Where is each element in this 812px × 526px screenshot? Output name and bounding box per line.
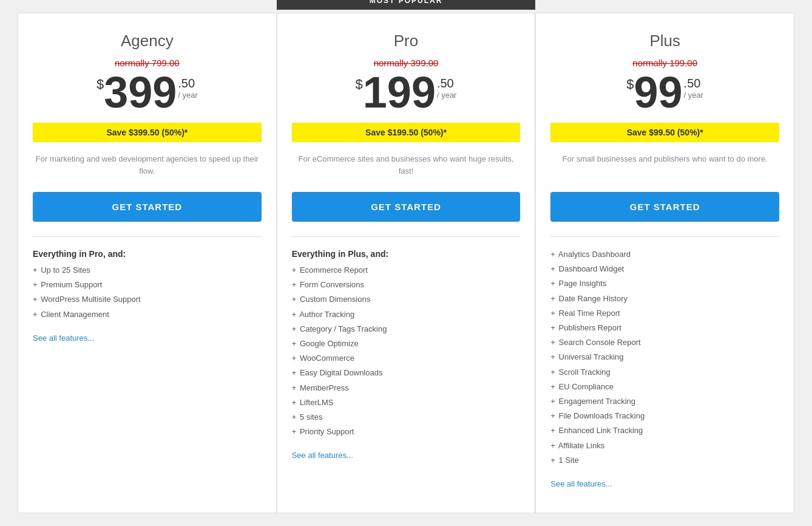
original-price-agency: normally 799.00 <box>33 58 262 68</box>
feature-item: + Client Management <box>33 309 262 320</box>
feature-item: + Analytics Dashboard <box>550 249 779 260</box>
price-main-agency: 399 <box>104 70 177 114</box>
feature-item: + Engagement Tracking <box>550 396 779 407</box>
features-list-agency: + Up to 25 Sites+ Premium Support+ WordP… <box>33 265 262 324</box>
feature-item: + Enhanced Link Tracking <box>550 425 779 436</box>
price-cents-plus: .50 <box>684 77 704 91</box>
feature-item: + 5 sites <box>292 412 521 423</box>
price-dollar-agency: $ <box>96 77 104 92</box>
price-period-plus: / year <box>684 91 704 100</box>
feature-item: + Affiliate Links <box>550 440 779 451</box>
price-dollar-pro: $ <box>356 77 363 92</box>
feature-item: + Easy Digital Downloads <box>292 367 521 378</box>
divider-plus <box>550 236 779 237</box>
price-cents-agency: .50 <box>178 77 198 91</box>
pricing-wrapper: Agencynormally 799.00 $ 399 .50 / year S… <box>18 13 794 513</box>
price-row-agency: $ 399 .50 / year <box>33 70 262 114</box>
features-header-pro: Everything in Plus, and: <box>292 249 521 259</box>
price-main-pro: 199 <box>363 70 436 114</box>
get-started-btn-pro[interactable]: GET STARTED <box>292 192 521 222</box>
price-main-plus: 99 <box>634 70 683 114</box>
features-list-plus: + Analytics Dashboard+ Dashboard Widget+… <box>550 249 779 470</box>
price-period-agency: / year <box>178 91 198 100</box>
price-row-plus: $ 99 .50 / year <box>550 70 779 114</box>
price-period-pro: / year <box>437 91 457 100</box>
feature-item: + LifterLMS <box>292 397 521 408</box>
feature-item: + Page Insights <box>550 278 779 289</box>
feature-item: + Scroll Tracking <box>550 367 779 378</box>
features-header-agency: Everything in Pro, and: <box>33 249 262 259</box>
pricing-card-pro: MOST POPULARPronormally 399.00 $ 199 .50… <box>277 13 536 513</box>
feature-item: + Up to 25 Sites <box>33 265 262 276</box>
feature-item: + Premium Support <box>33 279 262 290</box>
get-started-btn-agency[interactable]: GET STARTED <box>33 192 262 222</box>
price-right-pro: .50 / year <box>437 77 457 100</box>
feature-item: + Search Console Report <box>550 337 779 348</box>
feature-item: + Universal Tracking <box>550 352 779 363</box>
price-cents-pro: .50 <box>437 77 457 91</box>
price-right-plus: .50 / year <box>684 77 704 100</box>
feature-item: + Category / Tags Tracking <box>292 324 521 335</box>
price-right-agency: .50 / year <box>178 77 198 100</box>
pricing-card-agency: Agencynormally 799.00 $ 399 .50 / year S… <box>18 13 277 513</box>
save-badge-agency: Save $399.50 (50%)* <box>33 123 262 142</box>
feature-item: + Google Optimize <box>292 338 521 349</box>
pricing-card-plus: Plusnormally 199.00 $ 99 .50 / year Save… <box>535 13 794 513</box>
feature-item: + Custom Dimensions <box>292 294 521 305</box>
feature-item: + WooCommerce <box>292 353 521 364</box>
feature-item: + MemberPress <box>292 383 521 394</box>
divider-pro <box>292 236 521 237</box>
popular-banner: MOST POPULAR <box>277 0 536 10</box>
feature-item: + Real Time Report <box>550 308 779 319</box>
card-title-pro: Pro <box>292 32 521 50</box>
price-dollar-plus: $ <box>626 77 634 92</box>
card-desc-agency: For marketing and web development agenci… <box>33 153 262 179</box>
divider-agency <box>33 236 262 237</box>
save-badge-plus: Save $99.50 (50%)* <box>550 123 779 142</box>
card-desc-pro: For eCommerce sites and businesses who w… <box>292 153 521 179</box>
see-all-link-pro[interactable]: See all features... <box>292 451 521 460</box>
see-all-link-plus[interactable]: See all features... <box>550 479 779 488</box>
card-desc-plus: For small businesses and publishers who … <box>550 153 779 179</box>
get-started-btn-plus[interactable]: GET STARTED <box>550 192 779 222</box>
feature-item: + Publishers Report <box>550 323 779 333</box>
feature-item: + File Downloads Tracking <box>550 411 779 422</box>
original-price-plus: normally 199.00 <box>550 58 779 68</box>
features-list-pro: + Ecommerce Report+ Form Conversions+ Cu… <box>292 265 521 441</box>
feature-item: + Priority Support <box>292 426 521 437</box>
card-title-agency: Agency <box>33 32 262 50</box>
feature-item: + Form Conversions <box>292 279 521 290</box>
feature-item: + Dashboard Widget <box>550 264 779 275</box>
feature-item: + 1 Site <box>550 455 779 466</box>
feature-item: + Ecommerce Report <box>292 265 521 276</box>
save-badge-pro: Save $199.50 (50%)* <box>292 123 521 142</box>
feature-item: + Date Range History <box>550 293 779 304</box>
original-price-pro: normally 399.00 <box>292 58 521 68</box>
see-all-link-agency[interactable]: See all features... <box>33 333 262 343</box>
feature-item: + Author Tracking <box>292 309 521 320</box>
feature-item: + EU Compliance <box>550 381 779 392</box>
feature-item: + WordPress Multisite Support <box>33 294 262 305</box>
price-row-pro: $ 199 .50 / year <box>292 70 521 114</box>
card-title-plus: Plus <box>550 32 779 50</box>
